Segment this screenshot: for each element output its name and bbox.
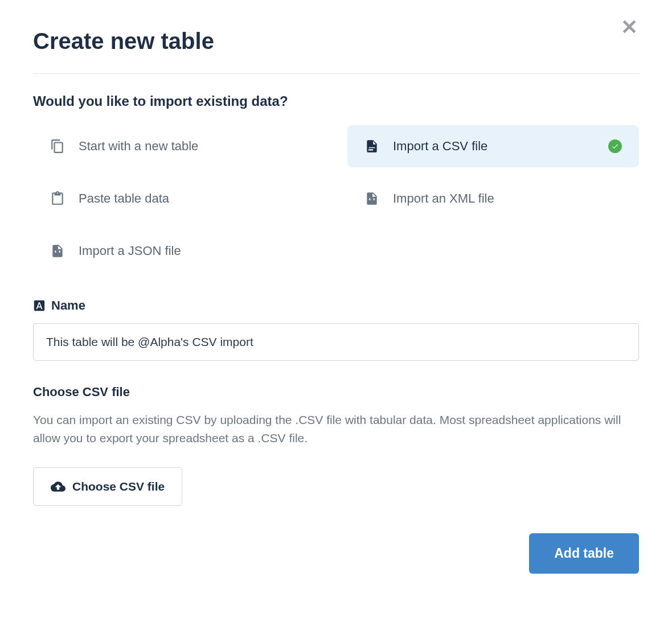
- csv-file-icon: csv: [364, 139, 379, 154]
- cloud-upload-icon: [51, 479, 65, 494]
- close-icon: ✕: [621, 15, 638, 39]
- add-table-button-label: Add table: [554, 546, 614, 561]
- dialog-title: Create new table: [33, 28, 639, 54]
- check-icon: [608, 139, 622, 153]
- option-new-table[interactable]: Start with a new table: [33, 125, 325, 167]
- close-button[interactable]: ✕: [621, 17, 638, 38]
- paste-icon: [50, 191, 65, 206]
- table-name-input[interactable]: [33, 323, 639, 361]
- option-label: Paste table data: [79, 191, 308, 206]
- choose-csv-button-label: Choose CSV file: [72, 480, 165, 493]
- dialog-footer: Add table: [33, 533, 639, 574]
- font-icon: [33, 299, 46, 312]
- name-field-label: Name: [33, 298, 639, 313]
- divider: [33, 73, 639, 74]
- xml-file-icon: [364, 191, 379, 206]
- name-label-text: Name: [51, 298, 85, 313]
- add-table-button[interactable]: Add table: [529, 533, 639, 574]
- option-paste-data[interactable]: Paste table data: [33, 178, 325, 220]
- json-file-icon: [50, 244, 65, 258]
- option-label: Import an XML file: [393, 191, 622, 206]
- option-label: Import a JSON file: [79, 244, 308, 258]
- csv-section-help: You can import an existing CSV by upload…: [33, 411, 639, 447]
- csv-section-label: Choose CSV file: [33, 385, 639, 400]
- import-prompt: Would you like to import existing data?: [33, 93, 639, 109]
- option-import-json[interactable]: Import a JSON file: [33, 230, 325, 272]
- svg-text:csv: csv: [368, 148, 374, 151]
- option-import-csv[interactable]: csv Import a CSV file: [347, 125, 639, 167]
- copy-icon: [50, 139, 65, 154]
- create-table-dialog: ✕ Create new table Would you like to imp…: [0, 0, 672, 608]
- option-label: Start with a new table: [79, 139, 308, 154]
- choose-csv-button[interactable]: Choose CSV file: [33, 467, 182, 506]
- option-import-xml[interactable]: Import an XML file: [347, 178, 639, 220]
- import-options-grid: Start with a new table csv Import a CSV …: [33, 125, 639, 272]
- option-label: Import a CSV file: [393, 139, 608, 154]
